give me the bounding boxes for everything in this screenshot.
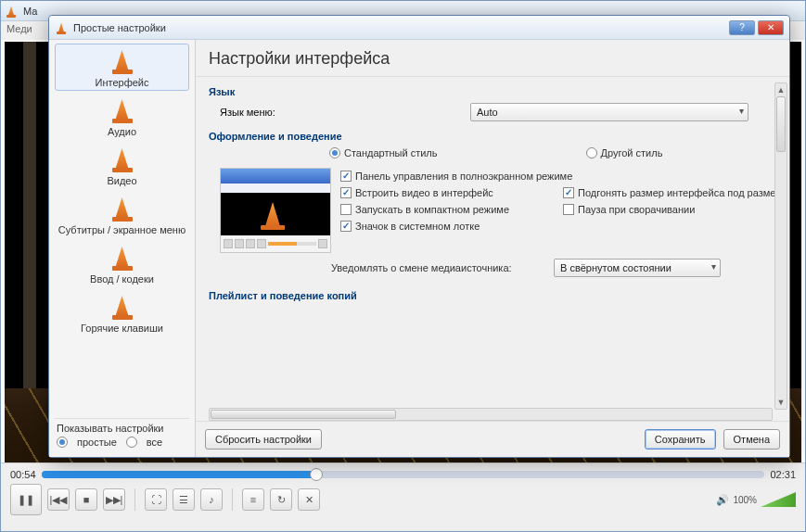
scroll-up-icon[interactable]: ▲ — [775, 83, 787, 96]
chk-compact[interactable] — [340, 204, 352, 215]
sidebar-item-subtitles[interactable]: Субтитры / экранное меню — [55, 191, 189, 238]
cone-icon — [257, 198, 288, 230]
cone-film-icon — [109, 146, 135, 172]
horizontal-scrollbar[interactable] — [209, 408, 773, 421]
sidebar-item-label: Горячие клавиши — [81, 323, 163, 334]
prev-button[interactable]: |◀◀ — [47, 488, 70, 511]
scroll-thumb[interactable] — [776, 96, 786, 152]
sidebar-item-label: Интерфейс — [96, 77, 149, 88]
dialog-title: Простые настройки — [73, 22, 166, 33]
chk-fullscreen-panel[interactable] — [340, 171, 352, 182]
pause-button[interactable]: ❚❚ — [10, 484, 42, 515]
stop-button[interactable]: ■ — [75, 488, 97, 511]
volume-slider[interactable] — [761, 492, 796, 507]
sidebar-item-hotkeys[interactable]: Горячие клавиши — [55, 289, 189, 336]
radio-all[interactable] — [126, 437, 137, 448]
chk-tray[interactable] — [340, 221, 352, 232]
cone-icon — [109, 48, 135, 74]
radio-simple[interactable] — [57, 437, 68, 448]
show-settings-group: Показывать настройки простые все — [55, 418, 189, 453]
language-combo[interactable]: Auto — [470, 103, 748, 121]
sidebar-item-video[interactable]: Видео — [55, 142, 189, 189]
radio-standard-style[interactable] — [329, 147, 340, 158]
sidebar-item-input[interactable]: Ввод / кодеки — [55, 240, 189, 287]
radio-simple-label: простые — [77, 437, 117, 448]
help-button[interactable]: ? — [729, 20, 755, 35]
radio-all-label: все — [147, 437, 162, 448]
cone-headphones-icon — [109, 97, 135, 123]
notify-combo[interactable]: В свёрнутом состоянии — [554, 259, 721, 277]
notify-label: Уведомлять о смене медиаисточника: — [331, 262, 546, 273]
vlc-cone-icon — [55, 21, 68, 34]
menu-item[interactable]: Меди — [6, 23, 32, 34]
chk-pause-min[interactable] — [563, 204, 574, 215]
volume-label: 100% — [733, 495, 757, 505]
category-sidebar: Интерфейс Аудио Видео Субтитры / экранно… — [49, 40, 196, 457]
settings-scroll-area: Язык Язык меню: Auto Оформление и поведе… — [196, 77, 789, 421]
scroll-down-icon[interactable]: ▼ — [775, 396, 787, 409]
playlist-button[interactable]: ≡ — [242, 488, 264, 511]
sidebar-item-audio[interactable]: Аудио — [55, 93, 189, 140]
fullscreen-button[interactable]: ⛶ — [145, 488, 167, 511]
vlc-cone-icon — [5, 5, 18, 18]
style-preview — [220, 168, 331, 253]
shuffle-button[interactable]: ✕ — [298, 488, 320, 511]
vertical-scrollbar[interactable]: ▲ ▼ — [774, 82, 787, 410]
sidebar-item-label: Ввод / кодеки — [90, 273, 154, 285]
cone-codec-icon — [109, 245, 135, 271]
cone-subtitle-icon — [109, 196, 135, 222]
main-pane: Настройки интерфейса Язык Язык меню: Aut… — [196, 40, 789, 457]
show-settings-label: Показывать настройки — [57, 423, 187, 434]
cancel-button[interactable]: Отмена — [723, 429, 780, 450]
equalizer-button[interactable]: ♪ — [200, 488, 223, 511]
page-title: Настройки интерфейса — [196, 40, 789, 77]
next-button[interactable]: ▶▶| — [103, 488, 125, 511]
dialog-footer: Сбросить настройки Сохранить Отмена — [196, 421, 789, 457]
chk-fit-size[interactable] — [563, 187, 574, 198]
cone-keyboard-icon — [109, 294, 135, 320]
close-button[interactable]: ✕ — [758, 20, 784, 35]
save-button[interactable]: Сохранить — [645, 429, 716, 450]
sidebar-item-interface[interactable]: Интерфейс — [55, 44, 189, 91]
sidebar-item-label: Видео — [107, 175, 136, 186]
dialog-titlebar[interactable]: Простые настройки ? ✕ — [49, 16, 789, 40]
language-label: Язык меню: — [220, 107, 461, 118]
time-current: 00:54 — [10, 469, 36, 480]
scroll-thumb-h[interactable] — [211, 410, 396, 419]
group-look: Оформление и поведение — [209, 131, 780, 142]
group-language: Язык — [209, 86, 780, 97]
sidebar-item-label: Аудио — [108, 126, 136, 137]
speaker-icon[interactable]: 🔊 — [716, 494, 729, 506]
loop-button[interactable]: ↻ — [270, 488, 292, 511]
group-playlist: Плейлист и поведение копий — [209, 290, 780, 301]
radio-other-style[interactable] — [586, 147, 597, 158]
main-title-text: Ма — [23, 6, 37, 17]
sidebar-item-label: Субтитры / экранное меню — [58, 224, 186, 235]
preferences-dialog: Простые настройки ? ✕ Интерфейс Аудио Ви… — [48, 15, 790, 458]
ext-settings-button[interactable]: ☰ — [173, 488, 195, 511]
reset-button[interactable]: Сбросить настройки — [205, 429, 322, 450]
player-controls: 00:54 02:31 ❚❚ |◀◀ ■ ▶▶| ⛶ ☰ ♪ ≡ ↻ ✕ 🔊 1… — [1, 462, 805, 531]
seek-slider[interactable] — [42, 471, 765, 478]
time-total: 02:31 — [770, 469, 796, 480]
chk-embed-video[interactable] — [340, 187, 352, 198]
